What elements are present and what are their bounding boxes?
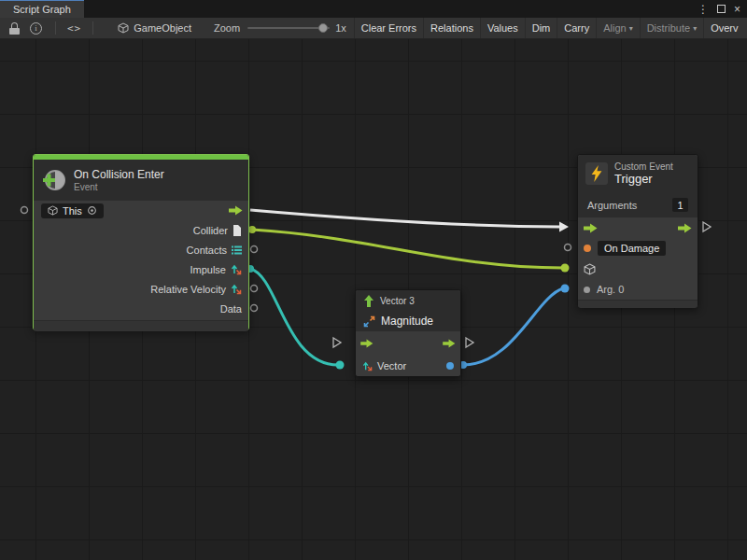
port-target-in[interactable] <box>561 264 570 273</box>
vector3-icon <box>362 361 373 371</box>
arg0-port-dot[interactable] <box>584 287 590 293</box>
node-vector3-magnitude[interactable]: Vector 3 Magnitude <box>355 289 461 377</box>
tab-script-graph[interactable]: Script Graph <box>0 0 84 18</box>
wire-collider[interactable] <box>252 230 563 268</box>
port-relative-velocity-out[interactable] <box>251 286 258 292</box>
target-field[interactable]: This <box>41 203 104 218</box>
row-relative-velocity[interactable]: Relative Velocity <box>34 279 248 299</box>
overview-button[interactable]: Overv <box>703 18 744 39</box>
flow-in-arrow-icon[interactable] <box>360 339 374 348</box>
row-event-name[interactable]: On Damage <box>578 238 698 259</box>
target-value: This <box>63 205 82 217</box>
node-header[interactable]: Custom Event Trigger <box>578 155 698 192</box>
row-vector-input[interactable]: Vector <box>356 356 460 376</box>
vector3-icon <box>231 264 242 275</box>
cube-icon <box>584 263 596 275</box>
menu-icon[interactable]: ⋮ <box>698 4 709 15</box>
flow-in-arrow-icon[interactable] <box>584 223 598 233</box>
port-label: Collider <box>193 225 228 236</box>
arguments-field[interactable]: 1 <box>672 198 688 212</box>
wire-impulse[interactable] <box>250 269 338 365</box>
string-port-dot[interactable] <box>584 245 591 252</box>
toolbar-separator <box>55 21 56 35</box>
port-vector-flow-out[interactable] <box>466 338 473 347</box>
row-target[interactable] <box>578 259 698 279</box>
cube-icon <box>48 205 58 216</box>
carry-button[interactable]: Carry <box>557 18 596 39</box>
port-event-name-in[interactable] <box>565 245 571 251</box>
zoom-slider-handle[interactable] <box>318 23 328 33</box>
port-trigger-flow-out[interactable] <box>703 222 711 231</box>
node-on-collision-enter[interactable]: On Collision Enter Event This Collider <box>33 154 249 330</box>
row-collider[interactable]: Collider <box>34 220 248 240</box>
magnitude-out-dot[interactable] <box>446 362 454 370</box>
row-flow <box>578 217 698 238</box>
wire-flow[interactable] <box>250 210 559 227</box>
node-trigger-custom-event[interactable]: Custom Event Trigger Arguments 1 On Dama… <box>577 154 698 308</box>
vector3-arrow-icon <box>363 295 374 307</box>
info-icon[interactable]: i <box>30 22 42 35</box>
wire-flow-arrowhead <box>559 222 569 232</box>
flow-out-arrow-icon[interactable] <box>443 339 456 348</box>
event-name-field[interactable]: On Damage <box>598 241 666 256</box>
row-flow <box>356 331 460 356</box>
port-vector-in[interactable] <box>336 361 345 370</box>
chevron-down-icon: ▾ <box>693 24 697 33</box>
flow-out-arrow-icon[interactable] <box>678 223 692 233</box>
lock-icon[interactable] <box>9 22 21 35</box>
zoom-slider-track[interactable] <box>247 27 330 29</box>
node-header[interactable]: Vector 3 Magnitude <box>356 290 460 331</box>
port-data-out[interactable] <box>251 305 258 312</box>
port-label: Data <box>220 303 242 315</box>
node-subtitle: Event <box>74 182 164 192</box>
unity-script-graph-window: Script Graph ⋮ × i <> GameObject Zoom 1x… <box>0 0 747 560</box>
clear-errors-button[interactable]: Clear Errors <box>354 18 423 39</box>
node-title: On Collision Enter <box>74 168 164 181</box>
node-footer <box>34 321 248 331</box>
tab-bar: Script Graph ⋮ × <box>0 0 747 18</box>
row-arguments: Arguments 1 <box>578 192 698 217</box>
port-label: Relative Velocity <box>150 284 226 295</box>
row-arg0[interactable]: Arg. 0 <box>578 279 698 300</box>
relations-button[interactable]: Relations <box>423 18 480 39</box>
node-title: Vector 3 <box>380 296 415 306</box>
maximize-icon[interactable] <box>717 5 726 13</box>
row-this: This <box>34 201 248 220</box>
wire-magnitude[interactable] <box>463 288 563 365</box>
document-icon <box>233 225 242 236</box>
gameobject-label: GameObject <box>134 22 191 34</box>
port-arg0-in[interactable] <box>561 285 570 293</box>
row-impulse[interactable]: Impulse <box>34 259 248 279</box>
node-footer <box>578 300 698 308</box>
port-label: Impulse <box>190 264 226 275</box>
dim-button[interactable]: Dim <box>525 18 557 39</box>
lightning-icon <box>585 162 608 185</box>
distribute-dropdown[interactable]: Distribute▾ <box>640 18 703 39</box>
list-icon <box>232 245 242 255</box>
port-contacts-out[interactable] <box>251 246 258 253</box>
graph-canvas[interactable]: On Collision Enter Event This Collider <box>0 39 747 560</box>
values-button[interactable]: Values <box>480 18 525 39</box>
node-subtitle: Magnitude <box>381 315 433 328</box>
port-this-in[interactable] <box>21 207 28 214</box>
port-vector-flow-in[interactable] <box>333 338 341 347</box>
window-controls: ⋮ × <box>698 0 747 18</box>
cube-icon <box>118 22 129 34</box>
node-category: Custom Event <box>614 161 673 172</box>
align-dropdown[interactable]: Align▾ <box>596 18 639 39</box>
flow-out-arrow-icon[interactable] <box>229 205 243 216</box>
graph-toolbar: i <> GameObject Zoom 1x Clear Errors Rel… <box>0 18 747 39</box>
row-contacts[interactable]: Contacts <box>34 240 248 259</box>
gameobject-chip[interactable]: GameObject <box>118 22 191 34</box>
port-label: Contacts <box>187 245 227 256</box>
zoom-slider[interactable] <box>247 21 330 35</box>
tab-label: Script Graph <box>13 4 71 15</box>
target-picker-icon[interactable] <box>87 205 97 216</box>
node-header[interactable]: On Collision Enter Event <box>34 160 248 201</box>
port-label: Vector <box>377 360 406 371</box>
zoom-value: 1x <box>335 22 346 34</box>
row-data[interactable]: Data <box>34 299 248 318</box>
close-icon[interactable]: × <box>734 4 740 15</box>
code-icon[interactable]: <> <box>67 22 81 35</box>
port-collider-out[interactable] <box>248 226 256 233</box>
